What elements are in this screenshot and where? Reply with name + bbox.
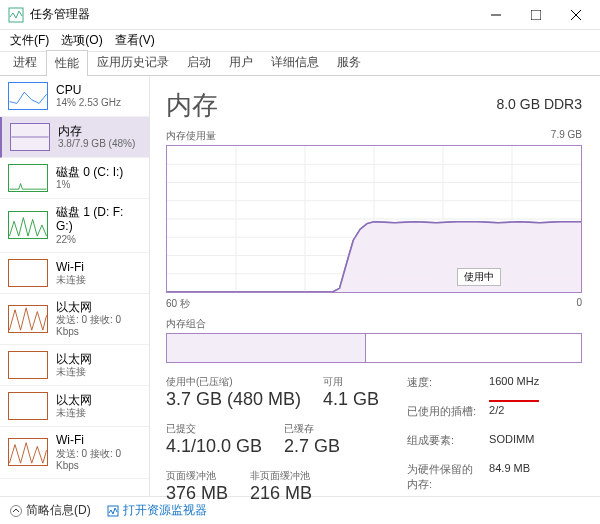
titlebar: 任务管理器 (0, 0, 600, 30)
stat-paged-value: 376 MB (166, 483, 228, 504)
sidebar-item-2[interactable]: 磁盘 0 (C: I:)1% (0, 158, 149, 199)
menu-file[interactable]: 文件(F) (4, 30, 55, 51)
memory-composition-graph (166, 333, 582, 363)
tab-processes[interactable]: 进程 (4, 49, 46, 75)
sidebar-item-name: 磁盘 1 (D: F: G:) (56, 205, 141, 234)
kv-speed-label: 速度: (407, 375, 477, 402)
sidebar-item-name: 以太网 (56, 352, 92, 366)
app-icon (8, 7, 24, 23)
sidebar: CPU14% 2.53 GHz内存3.8/7.9 GB (48%)磁盘 0 (C… (0, 76, 150, 496)
sidebar-item-0[interactable]: CPU14% 2.53 GHz (0, 76, 149, 117)
sidebar-item-name: CPU (56, 83, 121, 97)
memory-spec: 8.0 GB DDR3 (496, 88, 582, 112)
stat-inuse-value: 3.7 GB (480 MB) (166, 389, 301, 410)
close-button[interactable] (556, 0, 596, 30)
window-title: 任务管理器 (30, 6, 476, 23)
usage-label: 内存使用量 (166, 129, 216, 143)
sparkline-icon (8, 259, 48, 287)
kv-reserved-label: 为硬件保留的内存: (407, 462, 477, 504)
main-panel: 内存 8.0 GB DDR3 内存使用量 7.9 GB 使用中 60 秒 0 内… (150, 76, 600, 496)
kv-reserved-value: 84.9 MB (489, 462, 539, 504)
sidebar-item-detail: 3.8/7.9 GB (48%) (58, 138, 135, 150)
sparkline-icon (8, 392, 48, 420)
sidebar-item-3[interactable]: 磁盘 1 (D: F: G:)22% (0, 199, 149, 253)
sparkline-icon (10, 123, 50, 151)
sparkline-icon (8, 82, 48, 110)
usage-max: 7.9 GB (551, 129, 582, 143)
sparkline-icon (8, 164, 48, 192)
sidebar-item-detail: 14% 2.53 GHz (56, 97, 121, 109)
sidebar-item-detail: 发送: 0 接收: 0 Kbps (56, 448, 141, 472)
stat-available-label: 可用 (323, 375, 379, 389)
usage-tag: 使用中 (457, 268, 501, 286)
kv-speed-value: 1600 MHz (489, 375, 539, 402)
sidebar-item-7[interactable]: 以太网未连接 (0, 386, 149, 427)
svg-point-17 (11, 505, 22, 516)
xaxis-right: 0 (576, 297, 582, 311)
sparkline-icon (8, 305, 48, 333)
resmon-icon (107, 505, 119, 517)
menu-options[interactable]: 选项(O) (55, 30, 108, 51)
stat-available-value: 4.1 GB (323, 389, 379, 410)
tabbar: 进程 性能 应用历史记录 启动 用户 详细信息 服务 (0, 52, 600, 76)
page-title: 内存 (166, 88, 218, 123)
xaxis-left: 60 秒 (166, 297, 190, 311)
kv-form-label: 组成要素: (407, 433, 477, 460)
menu-view[interactable]: 查看(V) (109, 30, 161, 51)
kv-slots-value: 2/2 (489, 404, 539, 431)
svg-rect-2 (531, 10, 541, 20)
chevron-up-icon (10, 505, 22, 517)
stat-nonpaged-value: 216 MB (250, 483, 312, 504)
sidebar-item-1[interactable]: 内存3.8/7.9 GB (48%) (0, 117, 149, 158)
sparkline-icon (8, 438, 48, 466)
memory-details: 速度:1600 MHz 已使用的插槽:2/2 组成要素:SODIMM 为硬件保留… (407, 375, 539, 504)
memory-usage-graph: 使用中 (166, 145, 582, 293)
kv-slots-label: 已使用的插槽: (407, 404, 477, 431)
stat-inuse-label: 使用中(已压缩) (166, 375, 301, 389)
sidebar-item-detail: 22% (56, 234, 141, 246)
sparkline-icon (8, 351, 48, 379)
sidebar-item-6[interactable]: 以太网未连接 (0, 345, 149, 386)
sidebar-item-detail: 1% (56, 179, 123, 191)
sparkline-icon (8, 211, 48, 239)
tab-users[interactable]: 用户 (220, 49, 262, 75)
stat-cached-label: 已缓存 (284, 422, 340, 436)
stat-committed-value: 4.1/10.0 GB (166, 436, 262, 457)
stat-committed-label: 已提交 (166, 422, 262, 436)
open-resmon-link[interactable]: 打开资源监视器 (107, 502, 207, 519)
tab-performance[interactable]: 性能 (46, 50, 88, 76)
sidebar-item-5[interactable]: 以太网发送: 0 接收: 0 Kbps (0, 294, 149, 345)
sidebar-item-name: 以太网 (56, 393, 92, 407)
sidebar-item-name: 内存 (58, 124, 135, 138)
sidebar-item-detail: 未连接 (56, 407, 92, 419)
sidebar-item-8[interactable]: Wi-Fi发送: 0 接收: 0 Kbps (0, 427, 149, 478)
minimize-button[interactable] (476, 0, 516, 30)
sidebar-item-name: Wi-Fi (56, 260, 86, 274)
sidebar-item-name: 以太网 (56, 300, 141, 314)
kv-form-value: SODIMM (489, 433, 539, 460)
tab-app-history[interactable]: 应用历史记录 (88, 49, 178, 75)
maximize-button[interactable] (516, 0, 556, 30)
sidebar-item-detail: 发送: 0 接收: 0 Kbps (56, 314, 141, 338)
sidebar-item-name: 磁盘 0 (C: I:) (56, 165, 123, 179)
stat-paged-label: 页面缓冲池 (166, 469, 228, 483)
tab-services[interactable]: 服务 (328, 49, 370, 75)
stat-cached-value: 2.7 GB (284, 436, 340, 457)
composition-label: 内存组合 (166, 317, 206, 331)
sidebar-item-detail: 未连接 (56, 274, 86, 286)
stat-nonpaged-label: 非页面缓冲池 (250, 469, 312, 483)
tab-startup[interactable]: 启动 (178, 49, 220, 75)
fewer-details-button[interactable]: 简略信息(D) (10, 502, 91, 519)
sidebar-item-4[interactable]: Wi-Fi未连接 (0, 253, 149, 294)
tab-details[interactable]: 详细信息 (262, 49, 328, 75)
sidebar-item-name: Wi-Fi (56, 433, 141, 447)
sidebar-item-detail: 未连接 (56, 366, 92, 378)
